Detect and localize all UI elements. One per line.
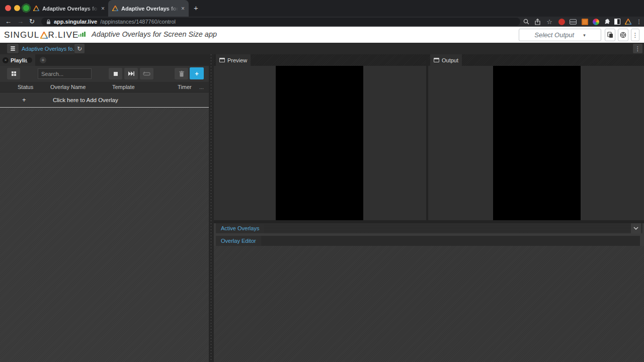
browser-toolbar: ← → ↻ app.singular.live /appinstances/14… [0, 17, 644, 27]
add-overlay-row[interactable]: + Click here to Add Overlay [0, 93, 209, 108]
editor-empty-area [214, 246, 644, 362]
app-tab-bar: Adaptive Overlays fo... ↻ ⋮ [0, 43, 644, 54]
app-instance-tab-label: Adaptive Overlays fo... [22, 46, 77, 52]
back-icon[interactable]: ← [5, 17, 12, 26]
app-instance-tab[interactable]: Adaptive Overlays fo... [19, 43, 74, 54]
output-canvas [493, 66, 581, 220]
lock-icon [46, 19, 51, 25]
browser-tab[interactable]: Adaptive Overlays for Screen S × [29, 0, 109, 17]
output-tab[interactable]: Output [430, 54, 462, 66]
share-icon[interactable] [533, 18, 541, 26]
grid-icon [12, 71, 16, 76]
app-title: Adaptive Overlays for Screen Size app [92, 30, 217, 38]
header-menu-kebab-icon[interactable]: ⋮ [631, 29, 639, 41]
site-header: SINGUL R.LIVE Adaptive Overlays for Scre… [0, 27, 644, 43]
logo-text: SINGUL [4, 30, 40, 40]
close-tab-icon[interactable]: × [181, 5, 185, 12]
playlist-body [0, 108, 209, 362]
reload-icon[interactable]: ↻ [29, 17, 35, 26]
extensions-puzzle-icon[interactable] [603, 18, 611, 26]
preview-canvas [276, 66, 363, 220]
output-stage [428, 66, 644, 220]
singular-favicon-icon [112, 6, 118, 11]
trash-icon [179, 71, 184, 77]
select-output-label: Select Output [534, 31, 574, 39]
active-overlays-bar: Active Overlays [216, 223, 642, 233]
zoom-icon[interactable] [522, 18, 530, 26]
stop-icon [114, 72, 118, 76]
browser-window: Adaptive Overlays for Screen S × Adaptiv… [0, 0, 644, 362]
add-overlay-button[interactable]: + [190, 67, 204, 79]
output-tab-label: Output [442, 57, 458, 63]
active-overlays-tab[interactable]: Active Overlays [216, 223, 264, 233]
close-window-button[interactable] [5, 5, 11, 11]
expand-active-overlays-button[interactable] [631, 223, 641, 233]
overlay-editor-label: Overlay Editor [221, 238, 256, 244]
panel-resize-handle[interactable] [209, 54, 214, 362]
signal-strength-icon [78, 32, 86, 37]
singular-live-logo: SINGUL R.LIVE [4, 30, 79, 40]
forward-icon[interactable]: → [17, 17, 24, 26]
chevron-down-icon: ▾ [583, 33, 586, 38]
column-template: Template [112, 84, 135, 90]
minimize-window-button[interactable] [14, 5, 20, 11]
column-overlay-name: Overlay Name [50, 84, 86, 90]
stage-tab-row: Preview Output [214, 54, 644, 66]
delete-button[interactable] [175, 68, 188, 79]
monitor-icon [434, 58, 439, 62]
lifering-icon [620, 32, 626, 38]
tab-title: Adaptive Overlays for Screen S [42, 6, 98, 12]
stack-icon [10, 46, 16, 51]
copy-button[interactable] [605, 29, 615, 41]
app-list-button[interactable] [7, 44, 19, 53]
overlay-editor-bar: Overlay Editor [216, 236, 640, 246]
close-tab-icon[interactable]: × [101, 5, 105, 12]
skip-next-button[interactable] [124, 68, 138, 79]
copy-icon [607, 32, 613, 38]
bookmark-star-icon[interactable]: ☆ [545, 18, 553, 26]
overlay-editor-tab[interactable]: Overlay Editor [216, 236, 261, 246]
browser-tab-active[interactable]: Adaptive Overlays for Screen S × [108, 0, 189, 17]
new-tab-button[interactable]: + [194, 4, 198, 12]
monitor-icon [219, 58, 225, 62]
active-overlays-label: Active Overlays [221, 225, 259, 231]
playlist-toolbar: + [0, 66, 209, 82]
preview-stage [214, 66, 426, 220]
color-wheel-extension-icon[interactable] [592, 18, 600, 26]
stop-button[interactable] [109, 68, 122, 79]
orange-extension-icon[interactable] [581, 18, 589, 26]
help-button[interactable] [618, 29, 628, 41]
preview-tab[interactable]: Preview [216, 54, 251, 66]
tab-title: Adaptive Overlays for Screen S [121, 6, 178, 12]
url-path: /appinstances/1487760/control [100, 19, 176, 25]
browser-menu-kebab-icon[interactable]: ⋮ [635, 18, 643, 26]
refresh-icon[interactable]: ↻ [74, 44, 85, 53]
logo-text: R.LIVE [48, 30, 79, 40]
singular-favicon-icon [33, 6, 39, 11]
browser-tab-strip: Adaptive Overlays for Screen S × Adaptiv… [0, 0, 644, 17]
select-output-dropdown[interactable]: Select Output ▾ [519, 29, 601, 41]
column-more: ... [199, 84, 204, 90]
singular-extension-icon[interactable] [624, 18, 632, 26]
singular-triangle-icon [40, 32, 48, 39]
fast-forward-icon [128, 71, 134, 76]
url-domain: app.singular.live [54, 19, 97, 25]
close-playlist-icon[interactable]: × [3, 57, 9, 63]
card-extension-icon[interactable] [569, 18, 577, 26]
address-bar[interactable]: app.singular.live /appinstances/1487760/… [41, 18, 520, 26]
layout-grid-button[interactable] [7, 68, 20, 79]
recorder-extension-icon[interactable] [557, 18, 566, 26]
fullscreen-window-button[interactable] [23, 5, 29, 11]
chevron-down-icon [633, 227, 638, 230]
preview-tab-label: Preview [227, 57, 247, 63]
loop-icon [143, 71, 150, 76]
playlist-tab-row: × Playlist + [0, 54, 209, 66]
loop-button[interactable] [140, 68, 153, 79]
column-timer: Timer [178, 84, 192, 90]
add-overlay-row-label: Click here to Add Overlay [53, 97, 118, 103]
column-status: Status [18, 84, 33, 90]
add-playlist-tab-button[interactable]: + [40, 57, 46, 63]
dark-mode-extension-icon[interactable] [613, 18, 621, 26]
tabbar-menu-kebab-icon[interactable]: ⋮ [633, 44, 642, 53]
search-input[interactable] [38, 68, 92, 79]
